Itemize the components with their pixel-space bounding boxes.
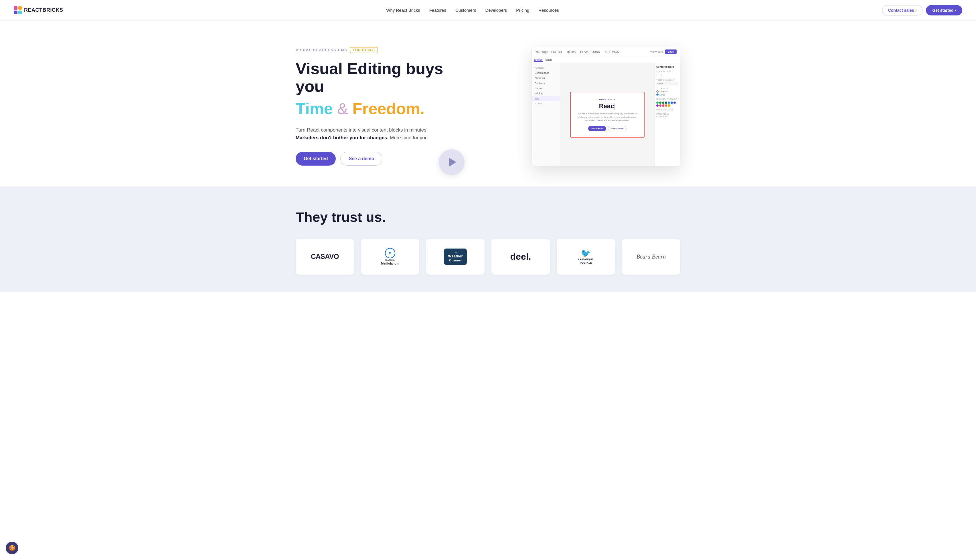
size-medium-option[interactable]: Medium	[656, 90, 679, 93]
logo-square-4	[18, 11, 22, 14]
app-body: PAGES Search page About us Contacts Home…	[532, 63, 680, 166]
logo-square-1	[14, 6, 17, 10]
app-view-site[interactable]: VIEW SITE	[650, 50, 663, 53]
logo-square-2	[18, 6, 22, 10]
hero-content: VISUAL HEADLESS CMS FOR REACT Visual Edi…	[296, 47, 456, 166]
see-demo-button[interactable]: See a demo	[340, 152, 383, 166]
app-block-tag: HIGH TECH	[575, 98, 639, 101]
app-properties-panel: Centered Hero LOCK BLOCK TITLE TEXT GRAD…	[654, 63, 680, 166]
app-canvas: HIGH TECH Reac| We are a hi-tech web dev…	[560, 63, 654, 166]
app-tab-settings[interactable]: SETTINGS	[605, 50, 619, 53]
hero-eyebrow: VISUAL HEADLESS CMS FOR REACT	[296, 47, 456, 53]
panel-size-label: TITLE SIZE	[656, 87, 679, 90]
color-swatch[interactable]	[656, 104, 658, 107]
nav-developers[interactable]: Developers	[485, 8, 507, 13]
pages-section-label: PAGES	[532, 65, 560, 70]
blog-section-label: BLOG	[532, 101, 560, 106]
logo-casavo: CASAVO	[296, 239, 354, 275]
color-swatch[interactable]	[662, 102, 664, 104]
color-swatch[interactable]	[659, 102, 662, 104]
app-block-title: Reac|	[575, 102, 639, 110]
nav-customers[interactable]: Customers	[455, 8, 476, 13]
panel-gradient-label: TEXT GRADIENT	[656, 78, 679, 81]
banque-bird-icon: 🐦	[581, 248, 591, 258]
app-block-desc: We are a hi-tech web development company…	[575, 112, 639, 122]
app-block-btn-primary[interactable]: Get Started	[588, 126, 606, 131]
sidebar-about[interactable]: About us	[532, 75, 560, 81]
logo-weather-channel: The Weather Channel	[426, 239, 485, 275]
logo-mediolanum: M BANCA Mediolanum	[361, 239, 419, 275]
hero-section: VISUAL HEADLESS CMS FOR REACT Visual Edi…	[282, 21, 694, 187]
logo-deel: deel.	[491, 239, 550, 275]
mediolanum-circle: M	[385, 248, 395, 258]
color-swatch[interactable]	[662, 104, 664, 107]
app-actions: VIEW SITE Save	[650, 50, 677, 54]
logo-icon	[14, 6, 22, 14]
lang-italian[interactable]: Italian	[545, 58, 552, 62]
play-icon	[449, 158, 456, 167]
logo-link[interactable]: REACTBRICKS	[14, 6, 63, 14]
color-swatch[interactable]	[670, 102, 673, 104]
logos-grid: CASAVO M BANCA Mediolanum The Weather Ch…	[296, 239, 680, 275]
hero-subtitle: Time & Freedom.	[296, 100, 456, 118]
app-tab-editor[interactable]: EDITOR	[551, 50, 562, 53]
sidebar-pricing[interactable]: Pricing	[532, 91, 560, 96]
eyebrow-label: VISUAL HEADLESS CMS	[296, 48, 347, 52]
panel-color-label: HIGHLIGHT COLOR	[656, 98, 679, 100]
hero-description: Turn React components into visual conten…	[296, 126, 456, 142]
color-swatch[interactable]	[665, 102, 667, 104]
sidebar-search[interactable]: Search page	[532, 70, 560, 75]
logo-text: REACTBRICKS	[24, 7, 63, 13]
mediolanum-logo: M BANCA Mediolanum	[381, 248, 399, 265]
weather-logo: The Weather Channel	[444, 248, 466, 265]
sidebar-test[interactable]: Test	[532, 96, 560, 101]
size-large-option[interactable]: Large	[656, 93, 679, 96]
panel-block-name: Centered Hero	[656, 65, 679, 68]
app-content-block[interactable]: HIGH TECH Reac| We are a hi-tech web dev…	[570, 92, 645, 138]
lang-english[interactable]: English	[534, 58, 543, 62]
color-swatch[interactable]	[674, 102, 676, 104]
nav-resources[interactable]: Resources	[538, 8, 559, 13]
trust-title: They trust us.	[296, 209, 680, 225]
freedom-text: Freedom.	[352, 100, 424, 118]
play-demo-button[interactable]	[439, 149, 465, 175]
banque-logo: 🐦 LA BANQUEPOSTALE	[578, 248, 593, 265]
app-screenshot: Your logo EDITOR MEDIA PLAYGROUND SETTIN…	[531, 47, 680, 167]
arrow-icon: ›	[954, 8, 956, 13]
get-started-nav-button[interactable]: Get started ›	[926, 5, 962, 15]
time-text: Time	[296, 100, 333, 118]
panel-lock-label: LOCK BLOCK	[656, 70, 679, 73]
nav-links: Why React Bricks Features Customers Deve…	[386, 8, 559, 13]
logo-square-3	[14, 11, 17, 14]
panel-background-label: BACKGROUND	[656, 108, 679, 111]
mediolanum-text: BANCA Mediolanum	[381, 259, 399, 265]
color-swatch[interactable]	[665, 104, 667, 107]
sidebar-contacts[interactable]: Contacts	[532, 81, 560, 86]
app-block-btn-secondary[interactable]: Learn more	[608, 126, 627, 131]
logo-la-banque: 🐦 LA BANQUEPOSTALE	[557, 239, 615, 275]
color-swatch[interactable]	[668, 102, 670, 104]
color-swatch[interactable]	[668, 104, 670, 107]
hero-title-line1: Visual Editing buys you	[296, 60, 456, 95]
app-nav-tabs: EDITOR MEDIA PLAYGROUND SETTINGS	[551, 50, 619, 53]
nav-actions: Contact sales › Get started ›	[882, 5, 962, 15]
deel-logo-text: deel.	[510, 252, 531, 262]
arrow-icon: ›	[915, 8, 917, 13]
sidebar-home[interactable]: Home	[532, 86, 560, 91]
panel-color-swatches	[656, 102, 679, 107]
hero-buttons: Get started See a demo	[296, 152, 456, 166]
get-started-hero-button[interactable]: Get started	[296, 152, 336, 166]
app-tab-playground[interactable]: PLAYGROUND	[580, 50, 600, 53]
nav-why-react-bricks[interactable]: Why React Bricks	[386, 8, 420, 13]
amp-text: &	[337, 100, 352, 118]
app-save-button[interactable]: Save	[665, 50, 677, 54]
color-swatch[interactable]	[656, 102, 658, 104]
panel-gradient-value[interactable]: None	[656, 82, 679, 85]
nav-features[interactable]: Features	[430, 8, 446, 13]
contact-sales-button[interactable]: Contact sales ›	[882, 5, 923, 15]
nav-pricing[interactable]: Pricing	[516, 8, 529, 13]
trust-section: They trust us. CASAVO M BANCA Mediolanum…	[0, 187, 976, 292]
panel-size-options: Medium Large	[656, 90, 679, 96]
color-swatch[interactable]	[659, 104, 662, 107]
app-tab-media[interactable]: MEDIA	[567, 50, 576, 53]
